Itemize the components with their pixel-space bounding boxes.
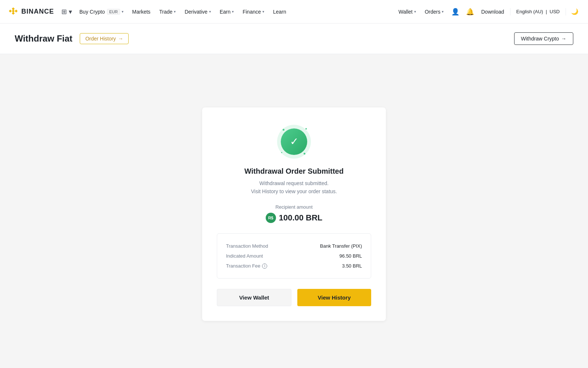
success-title: Withdrawal Order Submitted bbox=[244, 167, 344, 176]
page-header: Withdraw Fiat Order History → Withdraw C… bbox=[0, 24, 588, 54]
download-link[interactable]: Download bbox=[478, 9, 507, 15]
nav-divider bbox=[510, 8, 510, 15]
lang-currency-selector[interactable]: English (AU) | USD bbox=[513, 9, 563, 14]
dot-decoration-bl bbox=[281, 152, 282, 153]
recipient-amount-label: Recipient amount bbox=[275, 204, 312, 210]
nav-wallet[interactable]: Wallet ▾ bbox=[395, 0, 419, 24]
withdraw-crypto-button[interactable]: Withdraw Crypto → bbox=[514, 32, 573, 45]
arrow-right-icon: → bbox=[118, 36, 123, 42]
nav-buy-crypto[interactable]: Buy Crypto EUR ▾ bbox=[75, 0, 128, 24]
tx-method-label: Transaction Method bbox=[226, 243, 268, 249]
tx-fee-label: Transaction Fee i bbox=[226, 263, 267, 269]
nav-earn[interactable]: Earn ▾ bbox=[215, 0, 239, 24]
theme-toggle-button[interactable]: 🌙 bbox=[569, 6, 581, 18]
page-header-left: Withdraw Fiat Order History → bbox=[15, 33, 129, 44]
tx-method-row: Transaction Method Bank Transfer (PIX) bbox=[226, 241, 362, 251]
earn-chevron: ▾ bbox=[232, 10, 234, 14]
action-buttons: View Wallet View History bbox=[217, 289, 371, 306]
derivative-chevron: ▾ bbox=[209, 10, 211, 14]
indicated-amount-row: Indicated Amount 96.50 BRL bbox=[226, 251, 362, 261]
main-content: ✓ Withdrawal Order Submitted Withdrawal … bbox=[0, 54, 588, 368]
profile-icon-button[interactable]: 👤 bbox=[449, 5, 462, 18]
nav-items-left: Buy Crypto EUR ▾ Markets Trade ▾ Derivat… bbox=[75, 0, 395, 24]
page-title: Withdraw Fiat bbox=[15, 33, 72, 44]
dot-decoration-tr bbox=[305, 128, 307, 130]
wallet-chevron: ▾ bbox=[414, 10, 416, 14]
nav-divider-2 bbox=[566, 8, 566, 15]
success-description: Withdrawal request submitted. Visit Hist… bbox=[251, 179, 337, 196]
dot-decoration-br bbox=[304, 153, 305, 155]
nav-derivative[interactable]: Derivative ▾ bbox=[180, 0, 215, 24]
arrow-right-icon-2: → bbox=[561, 36, 566, 42]
view-wallet-button[interactable]: View Wallet bbox=[217, 289, 291, 306]
amount-value: 100.00 BRL bbox=[279, 213, 323, 223]
navbar: BINANCE ⊞ ▾ Buy Crypto EUR ▾ Markets Tra… bbox=[0, 0, 588, 24]
trade-chevron: ▾ bbox=[174, 10, 176, 14]
success-icon-wrapper: ✓ bbox=[277, 125, 311, 158]
tx-fee-value: 3.50 BRL bbox=[342, 263, 362, 269]
checkmark-symbol: ✓ bbox=[290, 137, 298, 147]
success-checkmark-icon: ✓ bbox=[281, 128, 307, 155]
orders-chevron: ▾ bbox=[442, 10, 444, 14]
nav-markets[interactable]: Markets bbox=[128, 0, 155, 24]
order-history-button[interactable]: Order History → bbox=[80, 33, 129, 44]
nav-orders[interactable]: Orders ▾ bbox=[421, 0, 448, 24]
nav-finance[interactable]: Finance ▾ bbox=[238, 0, 269, 24]
currency-badge: EUR bbox=[107, 9, 120, 15]
nav-trade[interactable]: Trade ▾ bbox=[155, 0, 180, 24]
logo-text: BINANCE bbox=[21, 8, 54, 15]
nav-items-right: Wallet ▾ Orders ▾ 👤 🔔 Download English (… bbox=[395, 0, 581, 24]
indicated-amount-label: Indicated Amount bbox=[226, 253, 263, 259]
tx-method-value: Bank Transfer (PIX) bbox=[320, 243, 362, 249]
success-card: ✓ Withdrawal Order Submitted Withdrawal … bbox=[202, 107, 386, 321]
grid-menu-button[interactable]: ⊞ ▾ bbox=[58, 8, 75, 16]
brl-currency-icon: R$ bbox=[266, 213, 276, 223]
recipient-amount: R$ 100.00 BRL bbox=[266, 213, 323, 223]
tx-fee-row: Transaction Fee i 3.50 BRL bbox=[226, 261, 362, 271]
transaction-details: Transaction Method Bank Transfer (PIX) I… bbox=[217, 233, 371, 279]
notification-bell-icon[interactable]: 🔔 bbox=[463, 5, 477, 18]
buy-crypto-chevron: ▾ bbox=[122, 10, 123, 14]
tx-fee-info-icon[interactable]: i bbox=[262, 263, 267, 269]
binance-logo-icon bbox=[7, 6, 19, 18]
view-history-button[interactable]: View History bbox=[297, 289, 371, 306]
nav-learn[interactable]: Learn bbox=[269, 0, 291, 24]
dot-decoration-tl bbox=[283, 129, 284, 131]
logo[interactable]: BINANCE bbox=[7, 6, 54, 18]
finance-chevron: ▾ bbox=[262, 10, 264, 14]
indicated-amount-value: 96.50 BRL bbox=[340, 253, 362, 259]
